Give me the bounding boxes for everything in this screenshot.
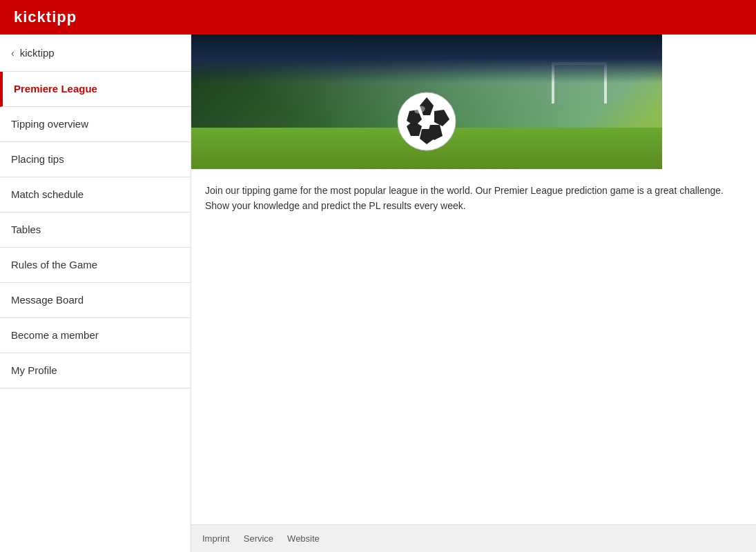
website-link[interactable]: Website (287, 533, 320, 544)
sidebar-item-tables[interactable]: Tables (0, 213, 191, 248)
sidebar-item-label: Placing tips (11, 153, 64, 165)
sidebar-item-tipping-overview[interactable]: Tipping overview (0, 107, 191, 142)
description-text: Join our tipping game for the most popul… (205, 183, 742, 214)
footer-links: Imprint Service Website (191, 524, 756, 552)
sidebar-item-label: Tables (11, 224, 41, 235)
main-content: Join our tipping game for the most popul… (191, 34, 756, 552)
main-layout: ‹ kicktipp Premiere League Tipping overv… (0, 34, 756, 552)
top-header: kicktipp (0, 0, 756, 34)
sidebar-item-match-schedule[interactable]: Match schedule (0, 177, 191, 213)
imprint-link[interactable]: Imprint (202, 533, 230, 544)
sidebar-item-my-profile[interactable]: My Profile (0, 353, 191, 388)
sidebar-item-premiere-league[interactable]: Premiere League (0, 72, 191, 107)
banner-goal (552, 62, 607, 103)
sidebar-item-label: Become a member (11, 329, 99, 341)
banner-soccer-ball (396, 90, 458, 155)
sidebar-item-active-label: Premiere League (14, 83, 97, 95)
back-chevron-icon: ‹ (11, 48, 14, 59)
sidebar-item-message-board[interactable]: Message Board (0, 283, 191, 318)
sidebar-item-become-a-member[interactable]: Become a member (0, 318, 191, 353)
sidebar-item-rules-of-the-game[interactable]: Rules of the Game (0, 248, 191, 283)
back-nav-label: kicktipp (20, 47, 55, 59)
sidebar-item-label: Rules of the Game (11, 259, 97, 270)
banner-image (191, 34, 662, 169)
back-nav-item[interactable]: ‹ kicktipp (0, 34, 191, 72)
sidebar-item-label: Message Board (11, 294, 84, 306)
sidebar: ‹ kicktipp Premiere League Tipping overv… (0, 34, 191, 552)
sidebar-item-label: Match schedule (11, 188, 84, 200)
sidebar-item-label: Tipping overview (11, 118, 88, 130)
sidebar-item-placing-tips[interactable]: Placing tips (0, 142, 191, 177)
app-title: kicktipp (14, 8, 77, 26)
service-link[interactable]: Service (244, 533, 273, 544)
sidebar-item-label: My Profile (11, 364, 57, 376)
content-description: Join our tipping game for the most popul… (191, 169, 756, 524)
